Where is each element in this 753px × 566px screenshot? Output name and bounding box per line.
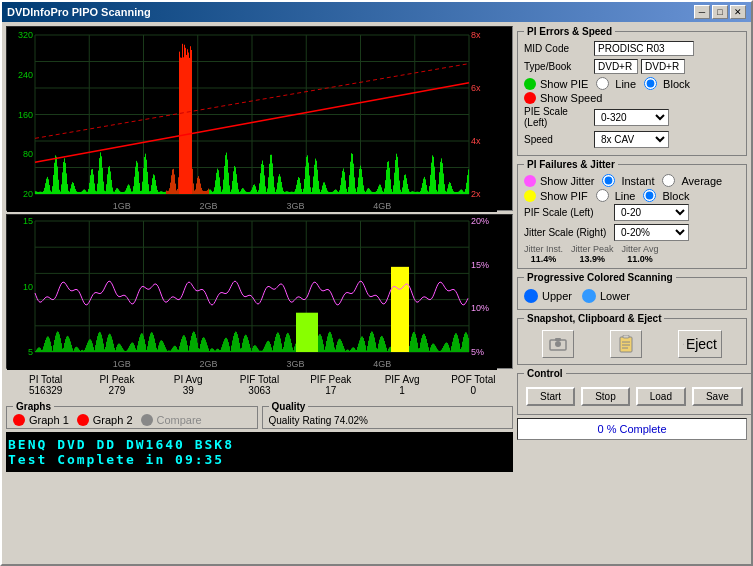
pif-scale-select[interactable]: 0-20 [614,204,689,221]
stop-button[interactable]: Stop [581,387,630,406]
minimize-button[interactable]: ─ [694,5,710,19]
pie-block-label: Block [663,78,690,90]
pi-errors-legend: PI Errors & Speed [524,26,615,37]
lower-label: Lower [600,290,630,302]
upper-dot [524,289,538,303]
eject-button[interactable]: Eject [678,330,722,358]
bottom-chart-canvas [7,215,497,370]
total-label-0: PI Total [10,374,81,385]
top-chart-canvas [7,27,497,212]
lower-dot [582,289,596,303]
speed-label: Speed [524,134,594,145]
quality-rating: Quality Rating 74.02% [269,415,369,426]
jitter-inst-label: Jitter Inst. [524,244,563,254]
pie-scale-select[interactable]: 0-320 [594,109,669,126]
lower-item: Lower [582,289,630,303]
pie-scale-label: PIE Scale (Left) [524,106,594,128]
pie-scale-row: PIE Scale (Left) 0-320 [524,106,740,128]
jitter-peak-stat: Jitter Peak 13.9% [571,244,614,264]
mid-code-label: MID Code [524,43,594,54]
pif-scale-label: PIF Scale (Left) [524,207,614,218]
pie-block-radio[interactable] [644,77,657,90]
snapshot-button[interactable] [542,330,574,358]
pif-block-radio[interactable] [643,189,656,202]
progressive-legend: Progressive Colored Scanning [524,272,676,283]
total-value-2: 39 [153,385,224,396]
control-legend: Control [524,368,566,379]
pie-line-radio[interactable] [596,77,609,90]
jitter-instant-radio[interactable] [602,174,615,187]
pif-dot [524,190,536,202]
control-section: Control Start Stop Load Save [517,368,751,415]
total-value-6: 0 [438,385,509,396]
jitter-scale-label: Jitter Scale (Right) [524,227,614,238]
eject-label: Eject [686,336,717,352]
pif-line-radio[interactable] [596,189,609,202]
marquee-bar: BENQ DVD DD DW1640 BSK8 Test Complete in… [6,432,513,472]
start-button[interactable]: Start [526,387,575,406]
pie-line-label: Line [615,78,636,90]
save-button[interactable]: Save [692,387,743,406]
window-title: DVDInfoPro PIPO Scanning [7,6,151,18]
total-value-1: 279 [81,385,152,396]
jitter-scale-select[interactable]: 0-20% [614,224,689,241]
show-jitter-label: Show Jitter [540,175,594,187]
graphs-items: Graph 1 Graph 2 Compare [13,414,251,426]
marquee-line2: Test Complete in 09:35 [8,452,511,467]
progress-bar: 0 % Complete [517,418,747,440]
clipboard-button[interactable] [610,330,642,358]
total-label-2: PI Avg [153,374,224,385]
jitter-avg-stat: Jitter Avg 11.0% [622,244,659,264]
show-pie-row: Show PIE Line Block [524,77,740,90]
totals-values-row: 516329 279 39 3063 17 1 0 [10,385,509,396]
total-label-1: PI Peak [81,374,152,385]
load-button[interactable]: Load [636,387,686,406]
progress-value: 0 % Complete [597,423,666,435]
eject-icon [683,338,684,350]
jitter-dot [524,175,536,187]
total-label-6: POF Total [438,374,509,385]
jitter-stats: Jitter Inst. 11.4% Jitter Peak 13.9% Jit… [524,244,740,264]
speed-dot [524,92,536,104]
total-value-3: 3063 [224,385,295,396]
totals-labels-row: PI Total PI Peak PI Avg PIF Total PIF Pe… [10,374,509,385]
jitter-peak-label: Jitter Peak [571,244,614,254]
jitter-average-radio[interactable] [662,174,675,187]
type-book-label: Type/Book [524,61,594,72]
show-pif-row: Show PIF Line Block [524,189,740,202]
main-content: PI Total PI Peak PI Avg PIF Total PIF Pe… [2,22,751,564]
graph1-item: Graph 1 [13,414,69,426]
pif-block-label: Block [662,190,689,202]
upper-label: Upper [542,290,572,302]
compare-label: Compare [157,414,202,426]
close-button[interactable]: ✕ [730,5,746,19]
pie-dot [524,78,536,90]
type2-value: DVD+R [641,59,685,74]
speed-select[interactable]: 8x CAV [594,131,669,148]
total-label-4: PIF Peak [295,374,366,385]
maximize-button[interactable]: □ [712,5,728,19]
jitter-scale-row: Jitter Scale (Right) 0-20% [524,224,740,241]
type-book-row: Type/Book DVD+R DVD+R [524,59,740,74]
total-value-0: 516329 [10,385,81,396]
type1-value: DVD+R [594,59,638,74]
jitter-instant-label: Instant [621,175,654,187]
snapshot-legend: Snapshot, Clipboard & Eject [524,313,664,324]
jitter-avg-value: 11.0% [627,254,653,264]
graph1-label: Graph 1 [29,414,69,426]
compare-item: Compare [141,414,202,426]
left-panel: PI Total PI Peak PI Avg PIF Total PIF Pe… [6,26,513,560]
show-speed-row: Show Speed [524,92,740,104]
graph2-item: Graph 2 [77,414,133,426]
compare-dot [141,414,153,426]
show-jitter-row: Show Jitter Instant Average [524,174,740,187]
main-window: DVDInfoPro PIPO Scanning ─ □ ✕ PI [0,0,753,566]
pif-line-label: Line [615,190,636,202]
quality-section: Quality Quality Rating 74.02% [262,401,514,429]
snapshot-row: Eject [524,328,740,360]
pi-failures-legend: PI Failures & Jitter [524,159,618,170]
show-pif-label: Show PIF [540,190,588,202]
pi-failures-section: PI Failures & Jitter Show Jitter Instant… [517,159,747,269]
svg-point-0 [555,341,561,347]
graph2-dot [77,414,89,426]
